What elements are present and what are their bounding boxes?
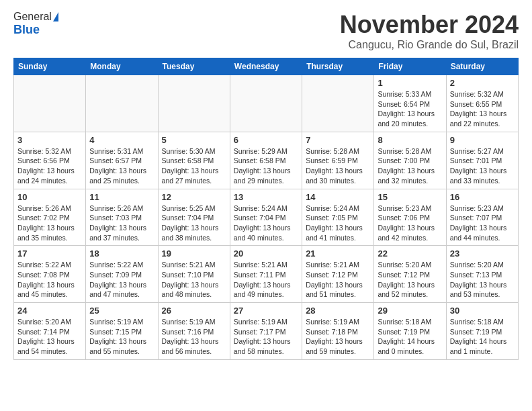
calendar-cell: 12Sunrise: 5:25 AM Sunset: 7:04 PM Dayli… [158, 189, 230, 246]
day-number: 14 [306, 192, 370, 202]
day-number: 10 [17, 192, 82, 202]
day-number: 13 [234, 192, 298, 202]
day-number: 23 [450, 248, 515, 259]
day-detail: Sunrise: 5:23 AM Sunset: 7:07 PM Dayligh… [450, 203, 515, 243]
calendar-cell [158, 75, 230, 132]
title-block: November 2024 Cangucu, Rio Grande do Sul… [340, 11, 519, 51]
calendar-cell: 8Sunrise: 5:28 AM Sunset: 7:00 PM Daylig… [374, 132, 446, 189]
calendar-cell: 21Sunrise: 5:21 AM Sunset: 7:12 PM Dayli… [302, 246, 374, 303]
day-number: 6 [234, 135, 298, 145]
day-number: 24 [17, 306, 82, 316]
day-detail: Sunrise: 5:23 AM Sunset: 7:06 PM Dayligh… [378, 203, 442, 243]
calendar-cell: 16Sunrise: 5:23 AM Sunset: 7:07 PM Dayli… [446, 189, 518, 246]
day-detail: Sunrise: 5:21 AM Sunset: 7:10 PM Dayligh… [162, 260, 226, 300]
day-number: 21 [306, 248, 370, 259]
day-number: 12 [162, 192, 226, 202]
weekday-header-wednesday: Wednesday [230, 58, 302, 75]
calendar-cell: 4Sunrise: 5:31 AM Sunset: 6:57 PM Daylig… [86, 132, 158, 189]
day-number: 29 [378, 306, 442, 316]
day-detail: Sunrise: 5:19 AM Sunset: 7:17 PM Dayligh… [234, 317, 298, 357]
day-number: 7 [306, 135, 370, 145]
day-number: 22 [378, 248, 442, 259]
page-header: General Blue November 2024 Cangucu, Rio … [13, 11, 519, 51]
week-row-4: 17Sunrise: 5:22 AM Sunset: 7:08 PM Dayli… [14, 246, 519, 303]
day-number: 16 [450, 192, 515, 202]
calendar-cell: 2Sunrise: 5:32 AM Sunset: 6:55 PM Daylig… [446, 75, 518, 132]
calendar-cell: 5Sunrise: 5:30 AM Sunset: 6:58 PM Daylig… [158, 132, 230, 189]
calendar-cell: 10Sunrise: 5:26 AM Sunset: 7:02 PM Dayli… [14, 189, 86, 246]
weekday-header-friday: Friday [374, 58, 446, 75]
week-row-1: 1Sunrise: 5:33 AM Sunset: 6:54 PM Daylig… [14, 75, 519, 132]
day-detail: Sunrise: 5:26 AM Sunset: 7:03 PM Dayligh… [89, 203, 154, 243]
calendar-cell: 6Sunrise: 5:29 AM Sunset: 6:58 PM Daylig… [230, 132, 302, 189]
calendar-cell: 27Sunrise: 5:19 AM Sunset: 7:17 PM Dayli… [230, 303, 302, 360]
day-detail: Sunrise: 5:28 AM Sunset: 6:59 PM Dayligh… [306, 146, 370, 186]
day-number: 27 [234, 306, 298, 316]
weekday-header-thursday: Thursday [302, 58, 374, 75]
calendar-cell: 28Sunrise: 5:19 AM Sunset: 7:18 PM Dayli… [302, 303, 374, 360]
calendar-cell: 30Sunrise: 5:18 AM Sunset: 7:19 PM Dayli… [446, 303, 518, 360]
calendar-cell: 22Sunrise: 5:20 AM Sunset: 7:12 PM Dayli… [374, 246, 446, 303]
calendar-table: SundayMondayTuesdayWednesdayThursdayFrid… [13, 58, 519, 360]
day-number: 11 [89, 192, 154, 202]
calendar-cell [86, 75, 158, 132]
logo-general-text: General [13, 11, 52, 23]
calendar-cell [230, 75, 302, 132]
calendar-cell [14, 75, 86, 132]
calendar-cell: 20Sunrise: 5:21 AM Sunset: 7:11 PM Dayli… [230, 246, 302, 303]
calendar-cell: 24Sunrise: 5:20 AM Sunset: 7:14 PM Dayli… [14, 303, 86, 360]
day-detail: Sunrise: 5:20 AM Sunset: 7:13 PM Dayligh… [450, 260, 515, 300]
day-number: 9 [450, 135, 515, 145]
calendar-cell: 13Sunrise: 5:24 AM Sunset: 7:04 PM Dayli… [230, 189, 302, 246]
day-detail: Sunrise: 5:24 AM Sunset: 7:05 PM Dayligh… [306, 203, 370, 243]
day-detail: Sunrise: 5:22 AM Sunset: 7:08 PM Dayligh… [17, 260, 82, 300]
week-row-2: 3Sunrise: 5:32 AM Sunset: 6:56 PM Daylig… [14, 132, 519, 189]
weekday-header-saturday: Saturday [446, 58, 518, 75]
calendar-cell: 18Sunrise: 5:22 AM Sunset: 7:09 PM Dayli… [86, 246, 158, 303]
logo-blue-text: Blue [13, 23, 40, 37]
day-detail: Sunrise: 5:27 AM Sunset: 7:01 PM Dayligh… [450, 146, 515, 186]
day-detail: Sunrise: 5:19 AM Sunset: 7:16 PM Dayligh… [162, 317, 226, 357]
week-row-5: 24Sunrise: 5:20 AM Sunset: 7:14 PM Dayli… [14, 303, 519, 360]
day-number: 4 [89, 135, 154, 145]
calendar-cell: 17Sunrise: 5:22 AM Sunset: 7:08 PM Dayli… [14, 246, 86, 303]
calendar-cell: 26Sunrise: 5:19 AM Sunset: 7:16 PM Dayli… [158, 303, 230, 360]
calendar-cell: 25Sunrise: 5:19 AM Sunset: 7:15 PM Dayli… [86, 303, 158, 360]
month-title: November 2024 [340, 11, 519, 39]
day-number: 3 [17, 135, 82, 145]
weekday-header-row: SundayMondayTuesdayWednesdayThursdayFrid… [14, 58, 519, 75]
day-detail: Sunrise: 5:22 AM Sunset: 7:09 PM Dayligh… [89, 260, 154, 300]
day-number: 15 [378, 192, 442, 202]
calendar-cell: 3Sunrise: 5:32 AM Sunset: 6:56 PM Daylig… [14, 132, 86, 189]
day-detail: Sunrise: 5:21 AM Sunset: 7:11 PM Dayligh… [234, 260, 298, 300]
day-detail: Sunrise: 5:24 AM Sunset: 7:04 PM Dayligh… [234, 203, 298, 243]
day-detail: Sunrise: 5:32 AM Sunset: 6:56 PM Dayligh… [17, 146, 82, 186]
day-detail: Sunrise: 5:31 AM Sunset: 6:57 PM Dayligh… [89, 146, 154, 186]
day-number: 26 [162, 306, 226, 316]
weekday-header-tuesday: Tuesday [158, 58, 230, 75]
day-number: 20 [234, 248, 298, 259]
day-number: 25 [89, 306, 154, 316]
calendar-cell: 19Sunrise: 5:21 AM Sunset: 7:10 PM Dayli… [158, 246, 230, 303]
day-detail: Sunrise: 5:19 AM Sunset: 7:18 PM Dayligh… [306, 317, 370, 357]
weekday-header-monday: Monday [86, 58, 158, 75]
day-detail: Sunrise: 5:21 AM Sunset: 7:12 PM Dayligh… [306, 260, 370, 300]
calendar-cell: 9Sunrise: 5:27 AM Sunset: 7:01 PM Daylig… [446, 132, 518, 189]
day-detail: Sunrise: 5:20 AM Sunset: 7:14 PM Dayligh… [17, 317, 82, 357]
day-detail: Sunrise: 5:19 AM Sunset: 7:15 PM Dayligh… [89, 317, 154, 357]
day-detail: Sunrise: 5:25 AM Sunset: 7:04 PM Dayligh… [162, 203, 226, 243]
day-number: 30 [450, 306, 515, 316]
day-detail: Sunrise: 5:26 AM Sunset: 7:02 PM Dayligh… [17, 203, 82, 243]
day-number: 18 [89, 248, 154, 259]
day-number: 2 [450, 78, 515, 88]
day-detail: Sunrise: 5:29 AM Sunset: 6:58 PM Dayligh… [234, 146, 298, 186]
day-detail: Sunrise: 5:32 AM Sunset: 6:55 PM Dayligh… [450, 89, 515, 129]
week-row-3: 10Sunrise: 5:26 AM Sunset: 7:02 PM Dayli… [14, 189, 519, 246]
day-detail: Sunrise: 5:18 AM Sunset: 7:19 PM Dayligh… [450, 317, 515, 357]
calendar-cell: 1Sunrise: 5:33 AM Sunset: 6:54 PM Daylig… [374, 75, 446, 132]
calendar-cell [302, 75, 374, 132]
calendar-cell: 23Sunrise: 5:20 AM Sunset: 7:13 PM Dayli… [446, 246, 518, 303]
logo-triangle-icon [53, 12, 58, 21]
day-number: 28 [306, 306, 370, 316]
day-detail: Sunrise: 5:18 AM Sunset: 7:19 PM Dayligh… [378, 317, 442, 357]
